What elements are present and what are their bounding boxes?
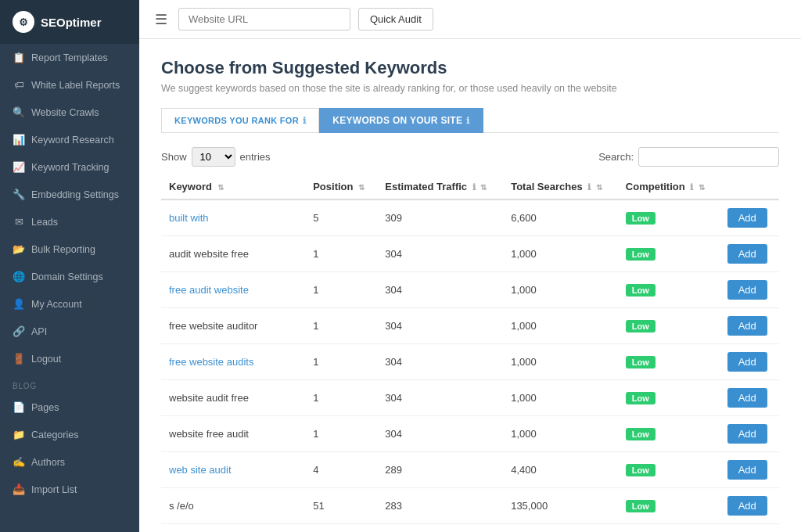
keyword-link[interactable]: web site audit [169, 464, 232, 476]
cell-searches: 1,000 [503, 236, 618, 272]
cell-keyword: website free audit [161, 416, 305, 452]
table-body: built with 5 309 6,600 Low Add audit web… [161, 200, 779, 532]
url-input[interactable] [178, 8, 350, 31]
nav-label-keyword-tracking: Keyword Tracking [31, 162, 109, 173]
col-traffic: Estimated Traffic ℹ ⇅ [377, 174, 503, 200]
cell-competition: Medium [618, 524, 720, 533]
sidebar-item-website-crawls[interactable]: 🔍Website Crawls [0, 99, 139, 126]
keyword-text: audit website free [169, 248, 249, 260]
blog-section-label: Blog [0, 372, 139, 394]
quick-audit-button[interactable]: Quick Audit [358, 8, 433, 31]
cell-traffic: 271 [377, 524, 503, 533]
keyword-link[interactable]: free website audits [169, 356, 253, 368]
keyword-text: website free audit [169, 428, 249, 440]
sidebar-item-report-templates[interactable]: 📋Report Templates [0, 44, 139, 71]
table-row: free audit website 1 304 1,000 Low Add [161, 272, 779, 308]
cell-competition: Low [618, 272, 720, 308]
keyword-text: s /e/o [169, 500, 194, 512]
sidebar-item-my-account[interactable]: 👤My Account [0, 290, 139, 318]
cell-traffic: 289 [377, 452, 503, 488]
add-button[interactable]: Add [727, 460, 767, 480]
cell-traffic: 304 [377, 344, 503, 380]
nav-icon-report-templates: 📋 [13, 52, 25, 63]
nav-label-logout: Logout [31, 354, 61, 365]
search-label: Search: [598, 151, 634, 163]
nav-icon-pages: 📄 [13, 401, 25, 413]
competition-badge: Low [626, 392, 656, 404]
cell-competition: Low [618, 344, 720, 380]
tab-keywords-rank[interactable]: KEYWORDS YOU RANK FOR ℹ [161, 108, 319, 133]
competition-badge: Low [626, 248, 656, 261]
cell-keyword: website audit free [161, 380, 305, 416]
cell-action: Add [720, 272, 779, 308]
sidebar-item-api[interactable]: 🔗API [0, 318, 139, 345]
tab-keywords-site[interactable]: KEYWORDS ON YOUR SITE ℹ [319, 108, 483, 133]
nav-label-bulk-reporting: Bulk Reporting [31, 244, 95, 255]
cell-competition: Low [618, 416, 720, 452]
col-competition: Competition ℹ ⇅ [618, 174, 720, 200]
cell-searches: 1,000 [503, 308, 618, 344]
hamburger-icon[interactable]: ☰ [155, 11, 167, 28]
nav-label-import-list: Import List [31, 484, 77, 495]
sidebar-item-embedding-settings[interactable]: 🔧Embedding Settings [0, 181, 139, 208]
search-input[interactable] [638, 147, 779, 167]
sidebar-item-white-label-reports[interactable]: 🏷White Label Reports [0, 71, 139, 99]
nav-icon-logout: 🚪 [13, 353, 25, 365]
add-button[interactable]: Add [727, 388, 767, 408]
sidebar-item-logout[interactable]: 🚪Logout [0, 345, 139, 372]
cell-keyword: free audit website [161, 272, 305, 308]
add-button[interactable]: Add [727, 496, 767, 516]
nav-icon-bulk-reporting: 📂 [13, 243, 25, 255]
nav-label-white-label-reports: White Label Reports [31, 80, 120, 91]
sidebar-item-keyword-research[interactable]: 📊Keyword Research [0, 126, 139, 153]
sidebar-item-authors[interactable]: ✍Authors [0, 448, 139, 476]
competition-badge: Low [626, 356, 656, 368]
sidebar-item-import-list[interactable]: 📥Import List [0, 476, 139, 503]
logo: ⚙ SEOptimer [0, 0, 139, 44]
cell-traffic: 304 [377, 272, 503, 308]
cell-keyword: free website audits [161, 344, 305, 380]
add-button[interactable]: Add [727, 424, 767, 444]
keyword-text: website audit free [169, 392, 249, 404]
cell-competition: Low [618, 380, 720, 416]
cell-competition: Low [618, 236, 720, 272]
keyword-link[interactable]: built with [169, 212, 209, 224]
blog-items-container: 📄Pages📁Categories✍Authors📥Import List [0, 394, 139, 503]
add-button[interactable]: Add [727, 244, 767, 264]
cell-traffic: 304 [377, 416, 503, 452]
nav-icon-authors: ✍ [13, 456, 25, 468]
cell-position: 1 [305, 308, 377, 344]
add-button[interactable]: Add [727, 208, 767, 228]
nav-icon-my-account: 👤 [13, 298, 25, 310]
cell-action: Add [720, 344, 779, 380]
entries-select[interactable]: 10 25 50 100 [192, 147, 235, 167]
sidebar-item-categories[interactable]: 📁Categories [0, 421, 139, 448]
cell-keyword: s /e/o [161, 488, 305, 524]
sidebar-item-leads[interactable]: ✉Leads [0, 208, 139, 235]
cell-position: 1 [305, 416, 377, 452]
cell-searches: 1,000 [503, 380, 618, 416]
cell-keyword: web site audit [161, 452, 305, 488]
nav-label-embedding-settings: Embedding Settings [31, 189, 119, 200]
add-button[interactable]: Add [727, 280, 767, 300]
sidebar-item-bulk-reporting[interactable]: 📂Bulk Reporting [0, 235, 139, 263]
table-row: s /e/o 51 283 135,000 Low Add [161, 488, 779, 524]
nav-icon-leads: ✉ [13, 216, 25, 228]
sidebar-item-keyword-tracking[interactable]: 📈Keyword Tracking [0, 153, 139, 181]
add-button[interactable]: Add [727, 316, 767, 336]
keyword-link[interactable]: free audit website [169, 284, 249, 296]
cell-searches: 1,000 [503, 344, 618, 380]
cell-position: 1 [305, 344, 377, 380]
col-keyword: Keyword ⇅ [161, 174, 305, 200]
cell-action: Add [720, 524, 779, 533]
keyword-text: free website auditor [169, 320, 257, 332]
logo-icon: ⚙ [13, 11, 34, 33]
table-header-row: Keyword ⇅ Position ⇅ Estimated Traffic ℹ… [161, 174, 779, 200]
col-position: Position ⇅ [305, 174, 377, 200]
cell-searches: 1,000 [503, 272, 618, 308]
cell-action: Add [720, 236, 779, 272]
add-button[interactable]: Add [727, 352, 767, 372]
sidebar-item-domain-settings[interactable]: 🌐Domain Settings [0, 263, 139, 290]
competition-badge: Low [626, 284, 656, 297]
sidebar-item-pages[interactable]: 📄Pages [0, 394, 139, 421]
